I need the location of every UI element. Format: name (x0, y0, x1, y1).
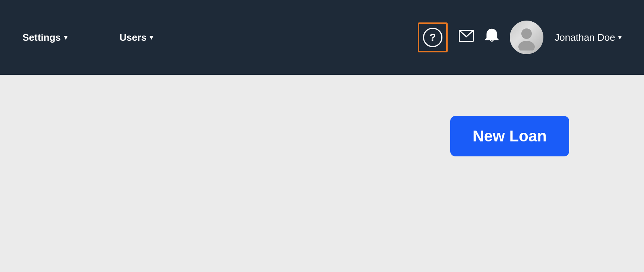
username-label: Jonathan Doe (555, 32, 615, 43)
avatar[interactable] (510, 21, 543, 54)
username-chevron-icon: ▾ (618, 33, 622, 42)
nav-icons: ? Jonathan Doe ▾ (418, 21, 622, 54)
help-button[interactable]: ? (418, 22, 448, 52)
svg-point-1 (521, 28, 532, 39)
bell-icon[interactable] (485, 28, 499, 47)
users-chevron-icon: ▾ (150, 33, 153, 42)
navbar: Settings ▾ Users ▾ ? (0, 0, 644, 75)
new-loan-label: New Loan (473, 127, 547, 145)
main-content: New Loan (0, 75, 644, 272)
question-circle-icon: ? (423, 28, 442, 47)
settings-chevron-icon: ▾ (64, 33, 67, 42)
users-menu[interactable]: Users ▾ (120, 32, 153, 43)
mail-icon[interactable] (459, 30, 474, 45)
settings-label: Settings (22, 32, 61, 43)
users-label: Users (120, 32, 147, 43)
new-loan-button[interactable]: New Loan (450, 116, 569, 156)
user-name-menu[interactable]: Jonathan Doe ▾ (555, 32, 622, 43)
settings-menu[interactable]: Settings ▾ (22, 32, 67, 43)
svg-point-2 (518, 41, 535, 51)
